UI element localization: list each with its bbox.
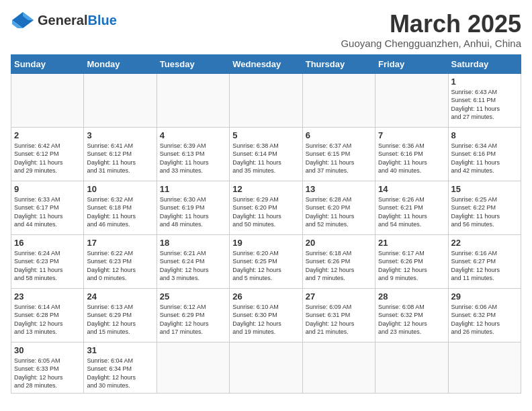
cell-w3-d0: 16Sunrise: 6:24 AMSunset: 6:23 PMDayligh… (11, 234, 84, 288)
day-info: Sunrise: 6:36 AMSunset: 6:16 PMDaylight:… (378, 142, 445, 175)
day-number: 30 (14, 345, 81, 355)
day-number: 17 (87, 238, 153, 248)
day-number: 22 (451, 238, 518, 248)
cell-w5-d2 (157, 342, 229, 393)
day-number: 16 (14, 238, 81, 248)
day-number: 5 (232, 130, 299, 140)
cell-w5-d3 (230, 342, 302, 393)
week-row-0: 1Sunrise: 6:43 AMSunset: 6:11 PMDaylight… (11, 73, 521, 127)
cell-w5-d0: 30Sunrise: 6:05 AMSunset: 6:33 PMDayligh… (11, 342, 84, 393)
cell-w2-d3: 12Sunrise: 6:29 AMSunset: 6:20 PMDayligh… (230, 181, 302, 234)
cell-w3-d6: 22Sunrise: 6:16 AMSunset: 6:27 PMDayligh… (448, 234, 521, 288)
cell-w0-d5 (375, 73, 448, 127)
cell-w1-d4: 6Sunrise: 6:37 AMSunset: 6:15 PMDaylight… (302, 127, 375, 181)
day-info: Sunrise: 6:37 AMSunset: 6:15 PMDaylight:… (306, 142, 372, 175)
week-row-2: 9Sunrise: 6:33 AMSunset: 6:17 PMDaylight… (11, 181, 521, 234)
cell-w3-d3: 19Sunrise: 6:20 AMSunset: 6:25 PMDayligh… (230, 234, 302, 288)
day-info: Sunrise: 6:32 AMSunset: 6:18 PMDaylight:… (87, 195, 153, 229)
day-number: 3 (87, 130, 153, 140)
day-info: Sunrise: 6:04 AMSunset: 6:34 PMDaylight:… (87, 357, 153, 390)
day-number: 26 (232, 291, 299, 302)
calendar-table: Sunday Monday Tuesday Wednesday Thursday… (11, 54, 521, 394)
cell-w2-d1: 10Sunrise: 6:32 AMSunset: 6:18 PMDayligh… (84, 181, 157, 234)
day-info: Sunrise: 6:38 AMSunset: 6:14 PMDaylight:… (232, 142, 299, 175)
logo-general: General (38, 13, 87, 28)
header-monday: Monday (84, 54, 157, 73)
day-info: Sunrise: 6:16 AMSunset: 6:27 PMDaylight:… (451, 249, 518, 283)
day-info: Sunrise: 6:12 AMSunset: 6:29 PMDaylight:… (160, 303, 226, 336)
day-number: 23 (14, 291, 81, 302)
day-info: Sunrise: 6:29 AMSunset: 6:20 PMDaylight:… (232, 195, 299, 229)
cell-w1-d2: 4Sunrise: 6:39 AMSunset: 6:13 PMDaylight… (157, 127, 229, 181)
header: GeneralBlue March 2025 Guoyang Chengguan… (11, 11, 521, 49)
cell-w2-d6: 15Sunrise: 6:25 AMSunset: 6:22 PMDayligh… (448, 181, 521, 234)
days-header-row: Sunday Monday Tuesday Wednesday Thursday… (11, 54, 521, 73)
day-info: Sunrise: 6:34 AMSunset: 6:16 PMDaylight:… (451, 142, 518, 175)
cell-w4-d3: 26Sunrise: 6:10 AMSunset: 6:30 PMDayligh… (230, 288, 302, 342)
day-number: 21 (378, 238, 445, 248)
day-number: 12 (232, 184, 299, 194)
cell-w2-d4: 13Sunrise: 6:28 AMSunset: 6:20 PMDayligh… (302, 181, 375, 234)
day-info: Sunrise: 6:33 AMSunset: 6:17 PMDaylight:… (14, 195, 81, 229)
logo: GeneralBlue (11, 11, 117, 30)
day-info: Sunrise: 6:05 AMSunset: 6:33 PMDaylight:… (14, 357, 81, 390)
day-info: Sunrise: 6:09 AMSunset: 6:31 PMDaylight:… (306, 303, 372, 336)
cell-w1-d1: 3Sunrise: 6:41 AMSunset: 6:12 PMDaylight… (84, 127, 157, 181)
week-row-1: 2Sunrise: 6:42 AMSunset: 6:12 PMDaylight… (11, 127, 521, 181)
cell-w3-d1: 17Sunrise: 6:22 AMSunset: 6:23 PMDayligh… (84, 234, 157, 288)
cell-w5-d4 (302, 342, 375, 393)
day-number: 15 (451, 184, 518, 194)
cell-w0-d2 (157, 73, 229, 127)
cell-w5-d1: 31Sunrise: 6:04 AMSunset: 6:34 PMDayligh… (84, 342, 157, 393)
cell-w3-d2: 18Sunrise: 6:21 AMSunset: 6:24 PMDayligh… (157, 234, 229, 288)
day-info: Sunrise: 6:13 AMSunset: 6:29 PMDaylight:… (87, 303, 153, 336)
day-number: 9 (14, 184, 81, 194)
page-container: GeneralBlue March 2025 Guoyang Chengguan… (11, 11, 521, 394)
cell-w0-d3 (230, 73, 302, 127)
subtitle: Guoyang Chengguanzhen, Anhui, China (341, 38, 521, 49)
cell-w4-d6: 29Sunrise: 6:06 AMSunset: 6:32 PMDayligh… (448, 288, 521, 342)
day-info: Sunrise: 6:25 AMSunset: 6:22 PMDaylight:… (451, 195, 518, 229)
cell-w2-d0: 9Sunrise: 6:33 AMSunset: 6:17 PMDaylight… (11, 181, 84, 234)
header-thursday: Thursday (302, 54, 375, 73)
cell-w1-d0: 2Sunrise: 6:42 AMSunset: 6:12 PMDaylight… (11, 127, 84, 181)
header-wednesday: Wednesday (230, 54, 302, 73)
week-row-4: 23Sunrise: 6:14 AMSunset: 6:28 PMDayligh… (11, 288, 521, 342)
day-number: 31 (87, 345, 153, 355)
day-info: Sunrise: 6:41 AMSunset: 6:12 PMDaylight:… (87, 142, 153, 175)
cell-w3-d5: 21Sunrise: 6:17 AMSunset: 6:26 PMDayligh… (375, 234, 448, 288)
week-row-3: 16Sunrise: 6:24 AMSunset: 6:23 PMDayligh… (11, 234, 521, 288)
day-number: 28 (378, 291, 445, 302)
day-number: 18 (160, 238, 226, 248)
day-number: 29 (451, 291, 518, 302)
day-number: 8 (451, 130, 518, 140)
day-number: 11 (160, 184, 226, 194)
day-number: 10 (87, 184, 153, 194)
cell-w2-d2: 11Sunrise: 6:30 AMSunset: 6:19 PMDayligh… (157, 181, 229, 234)
day-number: 13 (306, 184, 372, 194)
header-friday: Friday (375, 54, 448, 73)
cell-w1-d6: 8Sunrise: 6:34 AMSunset: 6:16 PMDaylight… (448, 127, 521, 181)
cell-w3-d4: 20Sunrise: 6:18 AMSunset: 6:26 PMDayligh… (302, 234, 375, 288)
cell-w0-d0 (11, 73, 84, 127)
week-row-5: 30Sunrise: 6:05 AMSunset: 6:33 PMDayligh… (11, 342, 521, 393)
day-info: Sunrise: 6:20 AMSunset: 6:25 PMDaylight:… (232, 249, 299, 283)
day-info: Sunrise: 6:06 AMSunset: 6:32 PMDaylight:… (451, 303, 518, 336)
title-section: March 2025 Guoyang Chengguanzhen, Anhui,… (341, 11, 521, 49)
cell-w4-d4: 27Sunrise: 6:09 AMSunset: 6:31 PMDayligh… (302, 288, 375, 342)
cell-w0-d4 (302, 73, 375, 127)
day-number: 4 (160, 130, 226, 140)
day-number: 6 (306, 130, 372, 140)
cell-w1-d5: 7Sunrise: 6:36 AMSunset: 6:16 PMDaylight… (375, 127, 448, 181)
logo-blue: Blue (87, 13, 116, 28)
cell-w1-d3: 5Sunrise: 6:38 AMSunset: 6:14 PMDaylight… (230, 127, 302, 181)
day-info: Sunrise: 6:42 AMSunset: 6:12 PMDaylight:… (14, 142, 81, 175)
cell-w5-d6 (448, 342, 521, 393)
logo-icon (11, 11, 35, 30)
day-number: 7 (378, 130, 445, 140)
day-info: Sunrise: 6:10 AMSunset: 6:30 PMDaylight:… (232, 303, 299, 336)
day-number: 24 (87, 291, 153, 302)
day-number: 2 (14, 130, 81, 140)
day-info: Sunrise: 6:22 AMSunset: 6:23 PMDaylight:… (87, 249, 153, 283)
day-info: Sunrise: 6:14 AMSunset: 6:28 PMDaylight:… (14, 303, 81, 336)
